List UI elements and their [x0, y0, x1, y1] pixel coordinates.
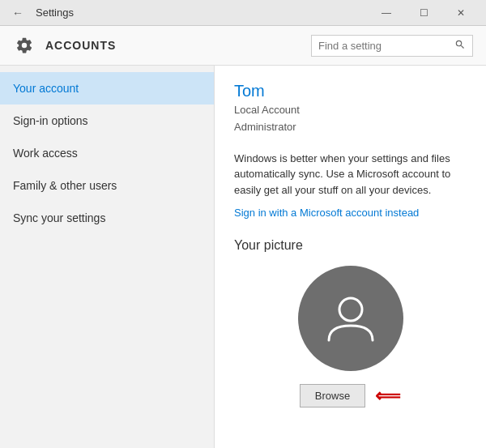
sidebar-item-sign-in-options[interactable]: Sign-in options [0, 105, 214, 137]
gear-icon [13, 34, 36, 57]
account-type-line2: Administrator [234, 119, 467, 136]
sidebar-item-your-account[interactable]: Your account [0, 72, 214, 105]
sidebar-item-work-access[interactable]: Work access [0, 137, 214, 169]
svg-point-0 [339, 298, 362, 321]
app-header: ACCOUNTS [0, 26, 486, 66]
arrow-icon: ⟸ [375, 386, 401, 407]
header-title: ACCOUNTS [45, 39, 301, 52]
close-button[interactable]: ✕ [442, 0, 480, 26]
back-button[interactable]: ← [6, 2, 29, 24]
sidebar-item-family-other-users[interactable]: Family & other users [0, 169, 214, 202]
back-icon: ← [12, 6, 23, 19]
sidebar: Your account Sign-in options Work access… [0, 66, 215, 448]
minimize-button[interactable]: — [368, 0, 405, 26]
search-icon [454, 39, 466, 53]
window-controls: — ☐ ✕ [368, 0, 480, 26]
picture-section-title: Your picture [234, 238, 467, 253]
account-name: Tom [234, 82, 467, 100]
content-area: Tom Local Account Administrator Windows … [215, 66, 486, 448]
browse-button[interactable]: Browse [300, 384, 365, 407]
title-bar: ← Settings — ☐ ✕ [0, 0, 486, 26]
maximize-button[interactable]: ☐ [405, 0, 442, 26]
sidebar-item-sync-settings[interactable]: Sync your settings [0, 202, 214, 234]
avatar [298, 266, 403, 371]
search-input[interactable] [318, 40, 450, 52]
arrow-indicator: ⟸ [375, 386, 401, 407]
search-box[interactable] [311, 35, 473, 57]
browse-area: Browse ⟸ [234, 384, 467, 407]
window-title: Settings [36, 6, 74, 19]
account-type-line1: Local Account [234, 102, 467, 119]
sync-info-text: Windows is better when your settings and… [234, 151, 467, 198]
ms-account-link[interactable]: Sign in with a Microsoft account instead [234, 207, 419, 219]
main-layout: Your account Sign-in options Work access… [0, 66, 486, 448]
